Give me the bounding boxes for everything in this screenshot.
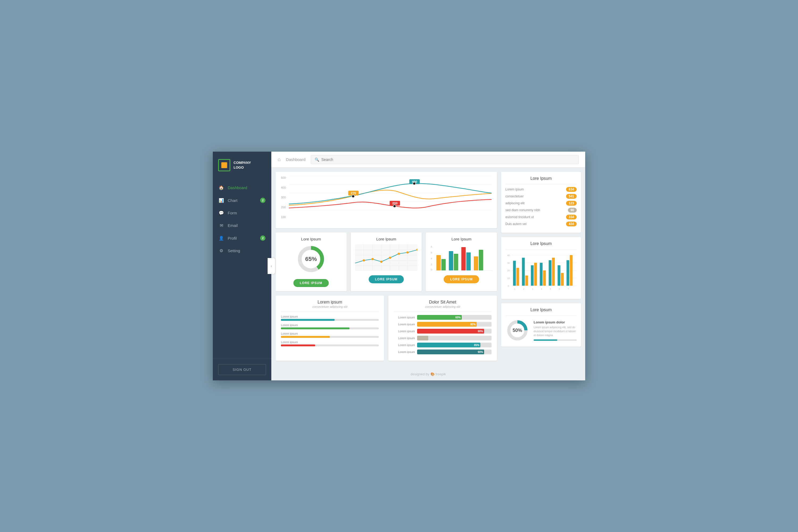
svg-rect-59	[516, 268, 519, 286]
svg-point-29	[380, 261, 382, 263]
donut50-progress-fill	[534, 339, 557, 341]
search-bar: 🔍	[311, 155, 579, 164]
progress-label-1: Lorem ipsum	[281, 315, 379, 318]
chart-badge: 2	[260, 198, 265, 203]
hbar-val-2: 80%	[470, 323, 476, 326]
svg-rect-66	[549, 260, 552, 286]
chart-icon: 📊	[218, 198, 224, 203]
mini-line-svg	[355, 244, 418, 271]
sidebar-item-form[interactable]: 💬 Form	[213, 207, 271, 219]
y-label-400: 400	[281, 186, 289, 189]
hbar-row-2: Lorem ipsum 80%	[394, 322, 492, 327]
card-mini-line-button[interactable]: LORE IPSUM	[369, 275, 404, 283]
hbar-label-3: Lorem ipsum	[394, 329, 415, 333]
svg-rect-62	[531, 265, 534, 286]
svg-text:0: 0	[508, 285, 509, 287]
sidebar-nav: 🏠 Dashboard 📊 Chart 2 💬 Form ✉ Email 👤 P…	[213, 179, 271, 359]
progress-fill-1	[281, 319, 335, 321]
svg-text:200: 200	[392, 202, 397, 205]
hbar-val-3: 90%	[478, 330, 483, 333]
line-chart-svg: 270 200 400	[289, 176, 492, 218]
hbars-divider	[394, 311, 492, 312]
home-icon[interactable]: ⌂	[278, 157, 281, 162]
svg-point-27	[363, 259, 365, 262]
rc-badge-2: 541	[566, 194, 577, 199]
svg-rect-58	[513, 261, 516, 286]
hbar-row-3: Lorem ipsum 90%	[394, 329, 492, 334]
svg-text:30: 30	[507, 262, 510, 264]
y-label-100: 100	[281, 215, 289, 218]
rc-list-row-6: Duis autem vel 434	[506, 222, 577, 226]
sidebar-signout: SIGN OUT	[213, 359, 271, 380]
hbar-track-5: 85%	[417, 343, 492, 347]
donut50-wrap: 50% Lorem ipsum dolor Lorem ipsum adipis…	[506, 318, 577, 342]
sidebar-item-dashboard[interactable]: 🏠 Dashboard	[213, 182, 271, 194]
sidebar-item-profil[interactable]: 👤 Profil 2	[213, 232, 271, 244]
main-content: ⌂ Dashboard 🔍 500 400 300 200	[271, 152, 585, 380]
donut50-text-title: Lorem ipsum dolor	[534, 320, 577, 324]
mini-bar-svg: 8 6 4 2 0	[430, 244, 493, 271]
mini-line-chart	[355, 244, 418, 271]
sidebar-item-chart[interactable]: 📊 Chart 2	[213, 194, 271, 207]
svg-rect-45	[474, 256, 478, 270]
hbar-label-1: Lorem ipsum	[394, 316, 415, 319]
donut50-text: Lorem ipsum dolor Lorem ipsum adipiscing…	[534, 320, 577, 341]
hbar-fill-2: 80%	[417, 322, 477, 327]
line-chart-area: 500 400 300 200 100	[281, 176, 492, 224]
rc-list-rows: Lorem ipsum 634 consectetuer 541 adipisc…	[506, 187, 577, 226]
sidebar-collapse-handle[interactable]: ‹	[268, 258, 275, 274]
rc-row-label-2: consectetuer	[506, 194, 524, 198]
progress-bg-3	[281, 336, 379, 338]
svg-point-13	[413, 182, 416, 185]
card-mini-bar-button[interactable]: LORE IPSUM	[444, 275, 479, 283]
svg-rect-39	[437, 255, 441, 270]
rc-row-label-6: Duis autem vel	[506, 222, 527, 226]
card-mini-bar: Lore Ipsum 8 6 4 2 0	[426, 232, 497, 291]
svg-rect-16	[355, 244, 418, 271]
donut50-text-desc: Lorem ipsum adipiscing elit, sed do eius…	[534, 325, 577, 337]
card-donut-button[interactable]: LORE IPSUM	[293, 279, 329, 287]
hbar-val-6: 90%	[478, 350, 483, 354]
profil-badge: 2	[260, 235, 265, 241]
signout-button[interactable]: SIGN OUT	[218, 364, 266, 375]
svg-rect-41	[449, 251, 453, 270]
hbars-list: Lorem ipsum 60% Lorem ipsum	[394, 315, 492, 354]
progress-row-3: Lorem ipsum	[281, 332, 379, 338]
rc-badge-5: 334	[566, 215, 577, 220]
line-chart-card: 500 400 300 200 100	[276, 172, 497, 228]
progress-fill-2	[281, 327, 349, 329]
header-title: Dashboard	[286, 157, 305, 162]
hbar-label-6: Lorem ipsum	[394, 350, 415, 354]
svg-rect-40	[441, 259, 446, 270]
logo-inner-square	[221, 162, 227, 168]
svg-rect-64	[540, 263, 543, 286]
profil-icon: 👤	[218, 236, 224, 241]
svg-text:4: 4	[541, 288, 543, 290]
header: ⌂ Dashboard 🔍	[271, 152, 585, 168]
progress-fill-4	[281, 344, 315, 346]
svg-rect-69	[561, 273, 564, 286]
hbar-track-6: 90%	[417, 349, 492, 354]
right-column: Lore Ipsum Lorem ipsum 634 consectetuer …	[501, 172, 581, 364]
card-donut: Lore Ipsum 65% LORE IPSUM	[276, 232, 347, 291]
svg-rect-71	[570, 255, 573, 286]
rc-list-row-2: consectetuer 541	[506, 194, 577, 199]
svg-rect-61	[525, 276, 528, 286]
donut-chart-wrap: 65%	[296, 244, 326, 274]
hbar-label-4: Lorem ipsum	[394, 337, 415, 340]
sidebar-item-setting[interactable]: ⚙ Setting	[213, 244, 271, 257]
search-input[interactable]	[321, 157, 575, 162]
svg-text:2: 2	[431, 263, 433, 266]
progress-bars-list: Lorem ipsum Lorem ipsum	[281, 315, 379, 346]
form-label: Form	[228, 211, 265, 215]
card-mini-line: Lore Ipsum	[351, 232, 422, 291]
sidebar-item-email[interactable]: ✉ Email	[213, 219, 271, 232]
sidebar-logo: COMPANY LOGO	[213, 152, 271, 179]
hbar-row-4: Lorem ipsum	[394, 336, 492, 341]
rc-card-donut50: Lore Ipsum 50% Lorem ipsum dolor	[501, 303, 581, 347]
hbars-subtitle: consectetuer adipiscing elit	[394, 305, 492, 308]
logo-icon	[218, 159, 230, 171]
y-label-300: 300	[281, 196, 289, 199]
hbar-fill-4	[417, 336, 428, 341]
svg-rect-65	[543, 270, 546, 286]
